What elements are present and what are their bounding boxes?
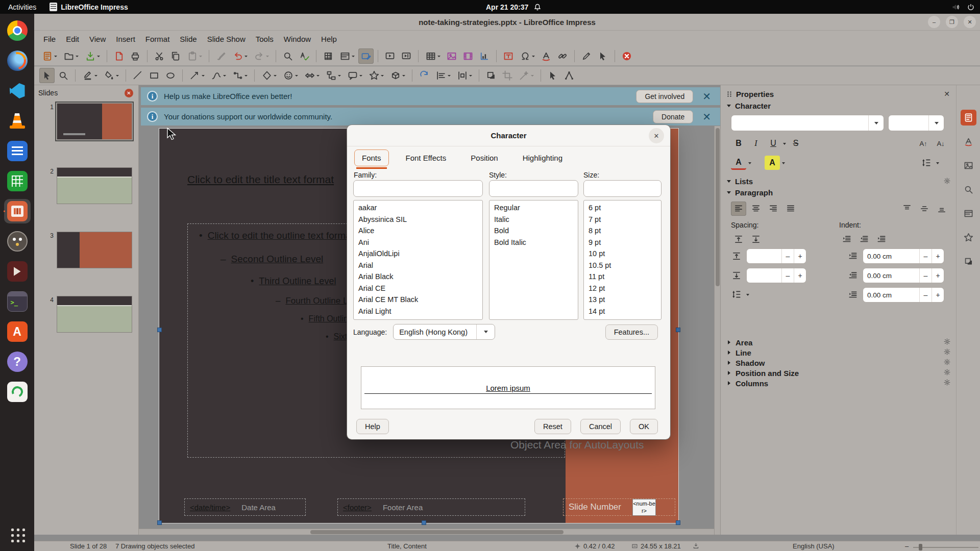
font-family-option[interactable]: Arial Black [354,271,482,283]
menu-view[interactable]: View [84,33,111,45]
dock-impress[interactable] [4,199,31,223]
font-family-option[interactable]: Arial [354,260,482,271]
clone-formatting-button[interactable] [213,48,229,64]
open-button[interactable] [61,48,81,64]
deck-tab-properties[interactable] [961,110,976,126]
zoom-slider-track[interactable] [913,547,978,548]
insert-media-button[interactable] [460,48,476,64]
section-area[interactable]: Area [727,337,951,347]
scrollbar-thumb[interactable] [716,128,720,286]
slide-thumbnail-4[interactable]: 4 [44,296,134,335]
font-family-option[interactable]: Alice [354,225,482,237]
copy-button[interactable] [168,48,183,64]
focused-app-menu[interactable]: LibreOffice Impress [44,3,133,11]
font-size-option[interactable]: 12 pt [584,283,661,294]
deck-tab-styles[interactable] [961,134,976,149]
features-button[interactable]: Features... [605,324,658,340]
shadow-button[interactable] [483,68,499,83]
title-placeholder[interactable]: Click to edit the title text format [187,173,334,186]
font-size-option[interactable]: 9 pt [584,237,661,248]
ok-button[interactable]: OK [630,419,658,434]
spacing-above-spinner[interactable]: –+ [746,248,806,264]
font-style-option[interactable]: Bold Italic [489,237,578,248]
strikethrough-button[interactable]: S [788,136,803,151]
scrollbar-thumb[interactable] [310,530,564,534]
zoom-pan-button[interactable] [56,68,71,83]
selection-handle[interactable] [676,520,680,525]
slide-thumbnail-2[interactable]: 2 [44,167,134,206]
font-size-option[interactable]: 10.5 pt [584,260,661,271]
underline-button[interactable]: U [766,136,781,151]
align-center-button[interactable] [748,202,764,216]
save-button[interactable] [82,48,103,64]
fill-color-button[interactable] [101,68,121,83]
special-character-button[interactable] [517,48,537,64]
font-name-combobox[interactable] [731,115,884,131]
menu-tools[interactable]: Tools [251,33,279,45]
tab-position[interactable]: Position [463,149,505,166]
deck-tab-transition[interactable] [961,254,976,269]
increase-indent-button[interactable] [839,232,854,246]
select-tool-button[interactable] [595,48,610,64]
basic-shapes-button[interactable] [259,68,279,83]
block-arrows-button[interactable] [302,68,322,83]
callout-shapes-button[interactable] [345,68,365,83]
dock-calc[interactable] [4,169,31,193]
dock-chrome[interactable] [4,18,31,43]
vertical-scrollbar[interactable] [714,126,720,535]
language-dropdown[interactable]: English (Hong Kong) [393,324,495,340]
print-button[interactable] [128,48,143,64]
font-size-option[interactable]: 6 pt [584,202,661,214]
insert-chart-button[interactable] [477,48,492,64]
section-settings-icon[interactable] [943,368,951,378]
menu-help[interactable]: Help [316,33,342,45]
indent-before-spinner[interactable]: 0.00 cm–+ [863,248,944,264]
system-status-area[interactable] [951,3,975,11]
menu-window[interactable]: Window [279,33,316,45]
select-arrow-button[interactable] [545,68,560,83]
dock-gimp[interactable] [4,229,31,254]
menu-file[interactable]: File [38,33,61,45]
font-family-option[interactable]: Arial Light [354,306,482,317]
rotate-button[interactable] [416,68,432,83]
font-size-option[interactable]: 8 pt [584,225,661,237]
indent-after-spinner[interactable]: 0.00 cm–+ [863,268,944,283]
font-size-option[interactable]: 11 pt [584,271,661,283]
lists-section-header[interactable]: Lists [727,177,753,186]
window-titlebar[interactable]: note-taking-strategies.pptx - LibreOffic… [34,14,980,31]
dock-vlc[interactable] [4,109,31,133]
decrease-indent-button[interactable] [856,232,872,246]
font-style-option[interactable]: Regular [489,202,578,214]
font-family-option[interactable]: Arial CE MT Black [354,294,482,306]
size-input[interactable] [583,180,662,197]
decrease-font-size-button[interactable]: A↓ [933,136,948,151]
redo-button[interactable] [251,48,272,64]
tab-font-effects[interactable]: Font Effects [398,149,454,166]
dock-firefox[interactable] [4,48,31,73]
font-family-option[interactable]: AnjaliOldLipi [354,248,482,260]
cancel-button[interactable]: Cancel [580,419,621,434]
section-settings-icon[interactable] [943,358,951,367]
menu-insert[interactable]: Insert [111,33,140,45]
highlight-color-button[interactable]: A [765,156,780,170]
new-button[interactable] [39,48,60,64]
select-button[interactable] [39,68,55,83]
slide-number-placeholder-box[interactable]: Slide Number <num-ber> [563,498,675,516]
start-from-current-slide-button[interactable] [399,48,414,64]
zoom-out-button[interactable]: – [905,542,909,550]
first-line-indent-spinner[interactable]: 0.00 cm–+ [863,287,944,303]
menu-slide-show[interactable]: Slide Show [202,33,251,45]
selection-handle[interactable] [157,520,162,525]
menu-edit[interactable]: Edit [61,33,84,45]
character-section-header[interactable]: Character [727,102,771,110]
3d-objects-button[interactable] [387,68,408,83]
donate-button[interactable]: Donate [653,110,693,123]
lines-and-arrows-button[interactable] [187,68,207,83]
align-bottom-button[interactable] [934,202,949,216]
selection-handle[interactable] [422,520,426,525]
menu-format[interactable]: Format [140,33,175,45]
slide-info[interactable]: Slide 1 of 28 [70,542,107,550]
footer-placeholder-box[interactable]: <footer> Footer Area [337,498,525,516]
align-justify-button[interactable] [783,202,798,216]
display-grid-button[interactable] [321,48,336,64]
